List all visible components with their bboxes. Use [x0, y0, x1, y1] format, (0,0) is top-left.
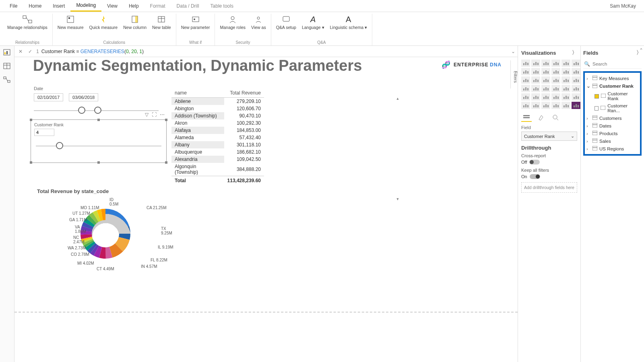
table-scrollbar[interactable]: ▲ ▼	[395, 97, 400, 201]
table-item[interactable]: ›Sales	[586, 137, 639, 145]
viz-type-18[interactable]	[521, 85, 530, 92]
date-from[interactable]: 02/10/2017	[34, 93, 63, 101]
date-to[interactable]: 03/06/2018	[69, 93, 98, 101]
donut-visual[interactable]: Total Revenue by state_code ID0.5MCA 21.…	[37, 188, 174, 282]
table-row[interactable]: Addison (Township)90,470.10	[171, 112, 264, 119]
table-item[interactable]: ›Customers	[586, 114, 639, 122]
new-parameter-button[interactable]: New parameter	[180, 14, 212, 31]
rank-slider[interactable]	[36, 140, 161, 153]
viz-type-30[interactable]	[521, 102, 530, 109]
viz-type-8[interactable]	[541, 68, 550, 75]
scroll-down-icon[interactable]: ▼	[395, 197, 400, 201]
menu-format[interactable]: Format	[144, 1, 171, 11]
fields-search-input[interactable]	[592, 62, 644, 66]
formula-commit-icon[interactable]: ✓	[27, 48, 34, 55]
viz-type-10[interactable]	[561, 68, 570, 75]
viz-type-5[interactable]	[572, 60, 580, 67]
menu-view[interactable]: View	[101, 1, 123, 11]
fields-tab-icon[interactable]	[521, 113, 532, 122]
data-view-icon[interactable]	[3, 63, 11, 70]
col-revenue[interactable]: Total Revenue	[224, 88, 264, 98]
customer-rank-slicer[interactable]: ▽ ⛶ ⋯ Customer Rank	[31, 119, 167, 163]
viz-type-26[interactable]	[541, 93, 550, 101]
table-row[interactable]: Alexandria109,042.50	[171, 156, 264, 163]
quick-measure-button[interactable]: Quick measure	[88, 14, 120, 31]
viz-type-27[interactable]	[551, 93, 560, 101]
field-item[interactable]: Customer Rank	[586, 90, 639, 102]
viz-type-0[interactable]	[521, 60, 530, 67]
viz-type-29[interactable]	[572, 93, 580, 101]
table-row[interactable]: Alameda57,432.40	[171, 134, 264, 141]
range-thumb-from[interactable]	[78, 107, 85, 114]
menu-modeling[interactable]: Modeling	[70, 0, 101, 12]
manage-roles-button[interactable]: Manage roles	[218, 14, 247, 31]
viz-type-1[interactable]	[531, 60, 540, 67]
field-item[interactable]: Customer Ran...	[586, 102, 639, 114]
viz-type-2[interactable]	[541, 60, 550, 67]
table-item[interactable]: ›US Regions	[586, 145, 639, 152]
range-thumb-to[interactable]	[94, 107, 101, 114]
more-icon[interactable]: ⋯	[160, 112, 165, 117]
rank-value-input[interactable]	[34, 129, 54, 136]
account-name[interactable]: Sam McKay	[610, 3, 640, 9]
viz-type-7[interactable]	[531, 68, 540, 75]
date-range-slider[interactable]	[34, 105, 159, 117]
menu-insert[interactable]: Insert	[47, 1, 70, 11]
viz-type-11[interactable]	[572, 68, 580, 75]
fields-search[interactable]: 🔍	[583, 60, 642, 69]
cross-report-toggle[interactable]	[529, 160, 540, 165]
analytics-tab-icon[interactable]	[550, 113, 561, 122]
viz-type-32[interactable]	[541, 102, 550, 109]
table-row[interactable]: Akron100,292.30	[171, 119, 264, 127]
menu-table-tools[interactable]: Table tools	[205, 1, 239, 11]
viz-type-21[interactable]	[551, 85, 560, 92]
manage-relationships-button[interactable]: Manage relationships	[6, 14, 49, 31]
table-item[interactable]: ⌄Customer Rank	[586, 82, 639, 90]
language-button[interactable]: ALanguage ▾	[300, 14, 326, 31]
table-item[interactable]: ›Dates	[586, 122, 639, 130]
linguistic-schema-button[interactable]: ALinguistic schema ▾	[328, 14, 369, 31]
formula-input[interactable]: 1Customer Rank = GENERATESERIES(0, 20, 1…	[36, 49, 509, 54]
table-row[interactable]: Albuquerque186,682.10	[171, 148, 264, 156]
viz-type-24[interactable]	[521, 93, 530, 101]
viz-type-3[interactable]	[551, 60, 560, 67]
format-tab-icon[interactable]	[536, 113, 546, 122]
focus-icon[interactable]: ⛶	[152, 112, 157, 117]
formula-cancel-icon[interactable]: ✕	[17, 48, 24, 55]
new-column-button[interactable]: New column	[122, 14, 148, 31]
viz-type-33[interactable]	[551, 102, 560, 109]
viz-type-25[interactable]	[531, 93, 540, 101]
pane-collapse-icon[interactable]: 〉	[572, 49, 577, 56]
field-checkbox[interactable]	[594, 106, 599, 111]
keep-filters-toggle[interactable]	[530, 174, 540, 179]
table-row[interactable]: Albany301,118.10	[171, 141, 264, 148]
rank-thumb[interactable]	[56, 142, 63, 149]
filters-pane-tab[interactable]: 〉Filters	[510, 60, 518, 88]
date-slicer[interactable]: Date 02/10/2017 03/06/2018	[34, 86, 159, 117]
viz-type-28[interactable]	[561, 93, 570, 101]
viz-type-14[interactable]	[541, 76, 550, 84]
report-view-icon[interactable]	[3, 49, 11, 56]
new-measure-button[interactable]: New measure	[56, 14, 85, 31]
view-as-button[interactable]: View as	[250, 14, 268, 31]
table-item[interactable]: ›Products	[586, 130, 639, 137]
field-checkbox[interactable]	[594, 94, 599, 99]
formula-expand-icon[interactable]: ⌄	[511, 49, 515, 54]
new-table-button[interactable]: New table	[151, 14, 173, 31]
viz-type-6[interactable]	[521, 68, 530, 75]
menu-data-drill[interactable]: Data / Drill	[171, 1, 205, 11]
drillthrough-dropzone[interactable]: Add drillthrough fields here	[521, 182, 577, 193]
viz-type-16[interactable]	[561, 76, 570, 84]
model-view-icon[interactable]	[3, 76, 11, 84]
menu-help[interactable]: Help	[123, 1, 144, 11]
viz-type-35[interactable]	[572, 102, 580, 109]
viz-type-17[interactable]	[572, 76, 580, 84]
viz-type-23[interactable]	[572, 85, 580, 92]
viz-type-12[interactable]	[521, 76, 530, 84]
viz-type-15[interactable]	[551, 76, 560, 84]
table-row[interactable]: Abilene279,209.10	[171, 98, 264, 105]
field-well-value[interactable]: Customer Rank⌄	[521, 132, 577, 141]
viz-type-13[interactable]	[531, 76, 540, 84]
report-canvas[interactable]: Dynamic Segmentation, Dynamic Parameters…	[14, 57, 518, 362]
table-item[interactable]: ›Key Measures	[586, 74, 639, 82]
